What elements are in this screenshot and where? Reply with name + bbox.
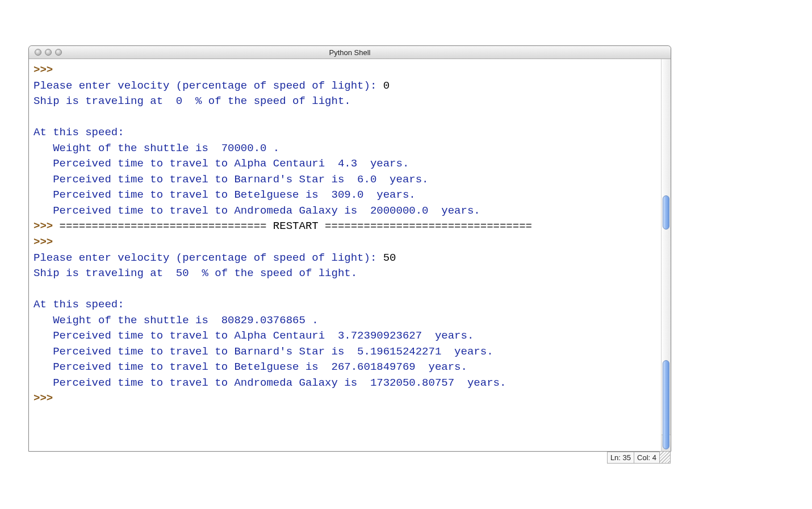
output-line: At this speed:	[34, 126, 124, 139]
resize-grip-icon[interactable]	[659, 451, 671, 464]
scroll-thumb[interactable]	[663, 360, 669, 449]
prompt: >>>	[34, 64, 60, 76]
user-input: 50	[383, 252, 396, 264]
prompt: >>>	[34, 220, 60, 232]
output-line: Perceived time to travel to Alpha Centau…	[34, 329, 474, 342]
status-line: Ln: 35	[607, 452, 634, 464]
status-bar: Ln: 35 Col: 4	[608, 451, 671, 464]
status-col-label: Col:	[637, 453, 652, 462]
status-col: Col: 4	[634, 452, 660, 464]
output-line: Perceived time to travel to Betelguese i…	[34, 189, 416, 201]
output-line: At this speed:	[34, 298, 124, 311]
user-input: 0	[383, 80, 390, 92]
output-line: Perceived time to travel to Betelguese i…	[34, 361, 467, 373]
scroll-thumb[interactable]	[663, 195, 669, 230]
prompt: >>>	[34, 236, 60, 248]
vertical-scrollbar[interactable]	[661, 59, 671, 451]
output-line: Ship is traveling at 50 % of the speed o…	[34, 267, 357, 279]
output-line: Perceived time to travel to Barnard's St…	[34, 173, 429, 186]
output-line: Please enter velocity (percentage of spe…	[34, 80, 383, 92]
output-line: Weight of the shuttle is 70000.0 .	[34, 142, 279, 155]
output-line: Weight of the shuttle is 80829.0376865 .	[34, 314, 319, 327]
scroll-track[interactable]	[662, 59, 671, 435]
output-line: Ship is traveling at 0 % of the speed of…	[34, 95, 351, 107]
titlebar[interactable]: Python Shell	[29, 46, 671, 59]
status-line-value: 35	[623, 453, 631, 462]
output-line: Perceived time to travel to Alpha Centau…	[34, 157, 409, 170]
prompt: >>>	[34, 392, 60, 404]
output-line: Perceived time to travel to Andromeda Ga…	[34, 205, 480, 217]
status-col-value: 4	[652, 453, 656, 462]
shell-output[interactable]: >>> Please enter velocity (percentage of…	[29, 59, 661, 451]
python-shell-window: Python Shell >>> Please enter velocity (…	[28, 45, 671, 452]
output-line: Perceived time to travel to Andromeda Ga…	[34, 377, 506, 389]
window-title: Python Shell	[29, 48, 671, 57]
output-line: Please enter velocity (percentage of spe…	[34, 252, 383, 264]
status-line-label: Ln:	[610, 453, 623, 462]
content-area: >>> Please enter velocity (percentage of…	[29, 59, 671, 451]
output-line: Perceived time to travel to Barnard's St…	[34, 345, 493, 358]
restart-banner: ================================ RESTART…	[60, 220, 532, 232]
